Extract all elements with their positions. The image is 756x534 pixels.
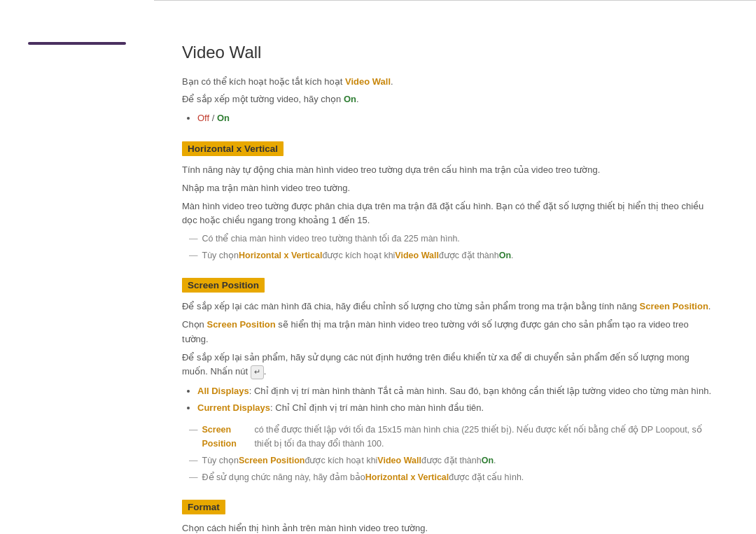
- off-on-item: Off / On: [197, 110, 714, 126]
- section-body-format: Chọn cách hiển thị hình ảnh trên màn hìn…: [182, 521, 714, 534]
- current-displays-label: Current Displays: [197, 402, 270, 413]
- sp-note-1: Screen Position có thể được thiết lập vớ…: [182, 423, 714, 451]
- video-wall-link-1: Video Wall: [345, 76, 391, 87]
- sp-note-3: Để sử dụng chức năng này, hãy đảm bảo Ho…: [182, 470, 714, 484]
- hv-note-1: Có thể chia màn hình video treo tường th…: [182, 232, 714, 246]
- sidebar-accent-bar: [28, 42, 126, 45]
- sp-all-displays: All Displays: Chỉ định vị trí màn hình t…: [197, 383, 714, 399]
- section-body-screen-position: Để sắp xếp lại các màn hình đã chia, hãy…: [182, 300, 714, 484]
- off-label: Off: [197, 113, 209, 123]
- section-body-horizontal-vertical: Tính năng này tự động chia màn hình vide…: [182, 163, 714, 262]
- sp-on-1: On: [482, 454, 493, 468]
- all-displays-label: All Displays: [197, 386, 249, 396]
- hv-on-1: On: [499, 248, 511, 262]
- page-title: Video Wall: [182, 43, 714, 62]
- hv-para-1: Tính năng này tự động chia màn hình vide…: [182, 163, 714, 178]
- hv-para-2: Nhập ma trận màn hình video treo tường.: [182, 181, 714, 196]
- on-link-1: On: [344, 94, 356, 104]
- section-title-horizontal-vertical: Horizontal x Vertical: [182, 141, 284, 156]
- sp-current-displays: Current Displays: Chỉ Chỉ định vị trí mà…: [197, 400, 714, 416]
- sp-highlight-2: Screen Position: [206, 319, 275, 330]
- section-screen-position: Screen Position Để sắp xếp lại các màn h…: [182, 278, 714, 484]
- sp-bullet-list: All Displays: Chỉ định vị trí màn hình t…: [197, 383, 714, 416]
- sp-para-3: Để sắp xếp lại sản phẩm, hãy sử dụng các…: [182, 351, 714, 380]
- on-label: On: [217, 113, 230, 123]
- sp-para-1: Để sắp xếp lại các màn hình đã chia, hãy…: [182, 300, 714, 314]
- intro-bullet-list: Off / On: [197, 110, 714, 126]
- section-title-screen-position: Screen Position: [182, 278, 265, 293]
- section-horizontal-vertical: Horizontal x Vertical Tính năng này tự đ…: [182, 141, 714, 262]
- section-format: Format Chọn cách hiển thị hình ảnh trên …: [182, 500, 714, 534]
- hv-para-3: Màn hình video treo tường được phân chia…: [182, 199, 714, 229]
- sp-note-highlight-3: Video Wall: [377, 454, 421, 468]
- sp-note-highlight-4: Horizontal x Vertical: [365, 470, 449, 484]
- hv-note-2: Tùy chọn Horizontal x Vertical được kích…: [182, 248, 714, 262]
- sidebar: [0, 0, 154, 534]
- format-para-1: Chọn cách hiển thị hình ảnh trên màn hìn…: [182, 521, 714, 534]
- sp-note-2: Tùy chọn Screen Position được kích hoạt …: [182, 454, 714, 468]
- intro-line-1: Bạn có thể kích hoạt hoặc tắt kích hoạt …: [182, 75, 714, 90]
- kbd-icon: ↵: [251, 365, 264, 379]
- intro-line-2: Để sắp xếp một tường video, hãy chọn On.: [182, 92, 714, 107]
- sp-note-highlight-1: Screen Position: [202, 423, 255, 451]
- hv-highlight-1: Horizontal x Vertical: [239, 248, 322, 262]
- hv-highlight-2: Video Wall: [395, 248, 439, 262]
- section-title-format: Format: [182, 500, 225, 514]
- sp-para-2: Chọn Screen Position sẽ hiển thị ma trận…: [182, 318, 714, 347]
- sp-note-highlight-2: Screen Position: [239, 454, 304, 468]
- sp-highlight-1: Screen Position: [640, 301, 708, 311]
- main-content: Video Wall Bạn có thể kích hoạt hoặc tắt…: [154, 0, 756, 534]
